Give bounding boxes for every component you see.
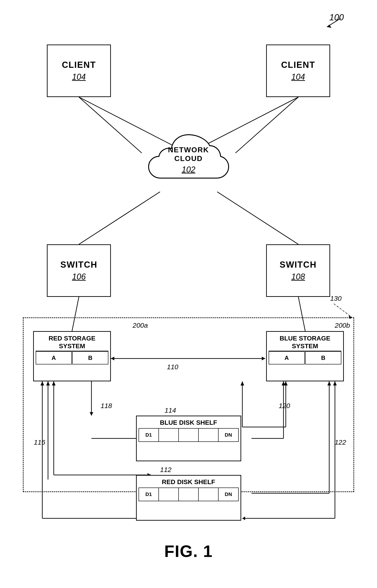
red-shelf-dn: DN <box>219 488 238 501</box>
switch-right-box: SWITCH 108 <box>266 244 330 297</box>
blue-disk-shelf: BLUE DISK SHELF D1 DN <box>136 416 241 461</box>
switch-right-title: SWITCH <box>280 260 317 270</box>
red-shelf-d3 <box>179 488 199 501</box>
switch-left-box: SWITCH 106 <box>47 244 111 297</box>
cloud-text: NETWORKCLOUD 102 <box>168 145 209 175</box>
red-shelf-title: RED DISK SHELF <box>137 476 240 487</box>
blue-shelf-d4 <box>199 429 219 441</box>
ref-130-label: 130 <box>330 295 342 302</box>
client-left-title: CLIENT <box>62 60 96 70</box>
diagram: 100 CLIENT 104 CLIENT 104 NETWORKCLOUD 1… <box>0 0 377 588</box>
ref-100-label: 100 <box>330 12 344 22</box>
blue-shelf-dn: DN <box>219 429 238 441</box>
blue-storage-port-b: B <box>305 351 341 365</box>
red-storage-ports: A B <box>36 351 108 365</box>
ref-116-label: 116 <box>34 438 45 446</box>
blue-storage-title: BLUE STORAGESYSTEM <box>267 332 343 351</box>
client-right-ref: 104 <box>291 72 305 82</box>
figure-label: FIG. 1 <box>164 542 213 561</box>
red-shelf-d1: D1 <box>139 488 159 501</box>
svg-line-2 <box>79 97 142 153</box>
svg-line-5 <box>236 97 298 153</box>
svg-line-13 <box>334 304 352 317</box>
ref-114-label: 114 <box>165 406 176 414</box>
ref-118-label: 118 <box>101 402 112 410</box>
blue-shelf-d3 <box>179 429 199 441</box>
blue-storage-ports: A B <box>269 351 341 365</box>
switch-left-title: SWITCH <box>60 260 97 270</box>
blue-shelf-disks: D1 DN <box>139 428 239 442</box>
client-right-title: CLIENT <box>281 60 315 70</box>
blue-storage-port-a: A <box>269 351 305 365</box>
red-storage-system: RED STORAGESYSTEM A B <box>33 331 111 381</box>
svg-line-6 <box>79 192 160 244</box>
red-shelf-d4 <box>199 488 219 501</box>
svg-line-7 <box>217 192 298 244</box>
cloud-ref: 102 <box>168 165 209 174</box>
client-left-box: CLIENT 104 <box>47 44 111 97</box>
svg-marker-1 <box>327 25 331 28</box>
ref-200a-label: 200a <box>133 322 148 329</box>
ref-122-label: 122 <box>335 438 346 446</box>
ref-120-label: 120 <box>279 402 290 410</box>
blue-shelf-d2 <box>159 429 179 441</box>
red-storage-title: RED STORAGESYSTEM <box>34 332 110 351</box>
network-cloud: NETWORKCLOUD 102 <box>141 128 237 192</box>
switch-left-ref: 106 <box>72 272 86 282</box>
blue-shelf-d1: D1 <box>139 429 159 441</box>
ref-112-label: 112 <box>160 466 171 474</box>
svg-marker-31 <box>242 517 245 520</box>
blue-storage-system: BLUE STORAGESYSTEM A B <box>266 331 344 381</box>
ref-200b-label: 200b <box>335 322 350 329</box>
blue-shelf-title: BLUE DISK SHELF <box>137 416 240 427</box>
red-shelf-disks: D1 DN <box>139 488 239 501</box>
red-storage-port-b: B <box>72 351 108 365</box>
cloud-title: NETWORKCLOUD <box>168 145 209 163</box>
red-disk-shelf: RED DISK SHELF D1 DN <box>136 475 241 521</box>
client-right-box: CLIENT 104 <box>266 44 330 97</box>
switch-right-ref: 108 <box>291 272 305 282</box>
client-left-ref: 104 <box>72 72 86 82</box>
red-storage-port-a: A <box>36 351 72 365</box>
ref-110-label: 110 <box>167 363 178 371</box>
red-shelf-d2 <box>159 488 179 501</box>
